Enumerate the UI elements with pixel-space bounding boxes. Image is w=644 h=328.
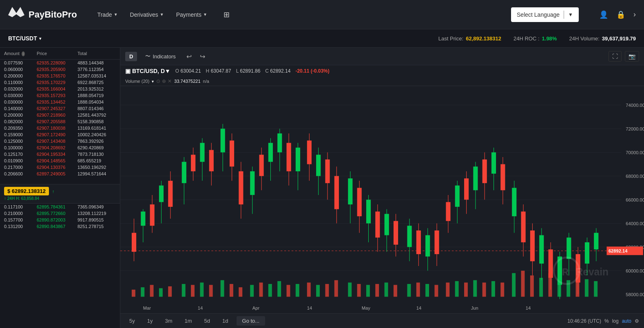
vol-na: n/a — [203, 79, 209, 84]
svg-rect-134 — [191, 285, 195, 297]
svg-rect-156 — [407, 284, 411, 297]
svg-rect-129 — [141, 287, 144, 297]
table-row[interactable]: 0.20660062897.24900512994.571644 — [0, 171, 120, 177]
svg-rect-167 — [512, 273, 516, 297]
svg-rect-165 — [491, 281, 495, 297]
svg-text:14: 14 — [198, 306, 203, 310]
svg-rect-149 — [334, 280, 338, 297]
log-button[interactable]: log — [612, 318, 619, 324]
more-icon[interactable]: › — [633, 10, 636, 19]
redo-button[interactable]: ↪ — [197, 52, 208, 61]
ticker-bar: BTC/USDT ▾ Last Price: 62,892.138312 24H… — [0, 29, 644, 48]
timeframe-1m-button[interactable]: 1m — [181, 316, 196, 326]
indicators-button[interactable]: 〜 Indicators — [140, 51, 180, 62]
svg-rect-160 — [446, 283, 449, 297]
svg-rect-53 — [239, 171, 243, 204]
price-sub-arrow: ↑ — [4, 196, 6, 201]
profile-icon[interactable]: 👤 — [599, 10, 608, 19]
vol-dropdown-icon[interactable]: ▾ — [152, 79, 154, 84]
bottom-bar: 5y 1y 3m 1m 5d 1d Go to... 10:46:26 (UTC… — [120, 313, 644, 328]
svg-rect-138 — [230, 284, 233, 297]
percent-button[interactable]: % — [604, 318, 609, 324]
price-sub: ↑ 24H H: 63,858.84 — [4, 196, 116, 201]
fullscreen-button[interactable]: ⛶ — [609, 51, 622, 62]
svg-rect-67 — [307, 140, 312, 164]
undo-button[interactable]: ↩ — [184, 52, 194, 61]
table-row[interactable]: 0.21700062904.13037613650.196292 — [0, 164, 120, 171]
svg-rect-162 — [464, 283, 468, 297]
table-row[interactable]: 0.12517062904.1953347873.718130 — [0, 151, 120, 157]
chart-settings-icon[interactable]: ⚙ — [635, 318, 639, 324]
table-row[interactable]: 0.20000062935.17657012587.035314 — [0, 73, 120, 79]
table-row[interactable]: 0.15770062890.8720039917.890515 — [0, 217, 120, 223]
timeframe-5d-button[interactable]: 5d — [200, 316, 214, 326]
table-row[interactable]: 0.06000062935.2059003776.112354 — [0, 66, 120, 73]
lock-icon[interactable]: 🔒 — [616, 10, 625, 19]
svg-text:May: May — [362, 306, 370, 310]
roc-value: 1.98% — [542, 35, 557, 42]
table-row[interactable]: 0.15900062907.17249010002.240426 — [0, 131, 120, 138]
ob-col-total: Total — [77, 51, 118, 56]
svg-rect-135 — [200, 283, 204, 297]
nav-payments[interactable]: Payments ▼ — [176, 10, 207, 19]
svg-text:14: 14 — [307, 306, 312, 310]
vol-add-icon[interactable]: ⊕ — [162, 78, 166, 84]
camera-button[interactable]: 📷 — [625, 51, 639, 62]
table-row[interactable]: 0.10000062904.2086926290.420869 — [0, 144, 120, 151]
table-row[interactable]: 0.20935062907.18003813169.618141 — [0, 125, 120, 131]
table-row[interactable]: 0.03000062935.1572931888.054719 — [0, 92, 120, 99]
table-row[interactable]: 0.11710062895.7843617365.096349 — [0, 204, 120, 210]
svg-rect-153 — [375, 284, 379, 297]
table-row[interactable]: 0.11000062935.1702296922.868725 — [0, 79, 120, 86]
svg-rect-37 — [159, 186, 164, 202]
nav-derivatives[interactable]: Derivatives ▼ — [130, 10, 164, 19]
amount-info-icon[interactable]: i — [22, 51, 25, 56]
svg-text:58000.00: 58000.00 — [626, 292, 644, 297]
svg-rect-113 — [530, 230, 535, 261]
svg-rect-166 — [500, 283, 504, 297]
svg-rect-83 — [385, 214, 389, 235]
chart-svg: 74000.00 72000.00 70000.00 68000.00 6600… — [120, 86, 644, 313]
grid-icon[interactable]: ⊞ — [224, 10, 230, 19]
svg-rect-75 — [348, 178, 352, 204]
pair-selector[interactable]: BTC/USDT ▾ — [8, 35, 41, 42]
goto-button[interactable]: Go to... — [237, 316, 266, 326]
chart-area: 74000.00 72000.00 70000.00 68000.00 6600… — [120, 86, 644, 313]
derivatives-arrow: ▼ — [160, 12, 164, 17]
timeframe-5y-button[interactable]: 5y — [125, 316, 139, 326]
chart-top-icons: ⛶ 📷 — [609, 51, 639, 62]
timeframe-1d-button[interactable]: 1d — [218, 316, 232, 326]
table-row[interactable]: 0.03200062935.1660042013.925312 — [0, 86, 120, 92]
svg-rect-99 — [464, 178, 469, 199]
table-row[interactable]: 0.14000062907.2453278807.014346 — [0, 105, 120, 112]
svg-text:64000.00: 64000.00 — [626, 221, 644, 226]
timeframe-d-button[interactable]: D — [125, 52, 137, 61]
table-row[interactable]: 0.20000062907.21896012581.443792 — [0, 112, 120, 118]
svg-rect-55 — [250, 171, 255, 195]
vol-close-icon[interactable]: ✕ — [168, 78, 172, 84]
table-row[interactable]: 0.03000062935.1344521888.054034 — [0, 99, 120, 105]
svg-rect-141 — [259, 283, 263, 297]
table-row[interactable]: 0.01090062904.148565685.655219 — [0, 157, 120, 164]
auto-button[interactable]: auto — [622, 318, 631, 324]
vol-value: 33.74375221 — [174, 79, 200, 84]
svg-text:62892.14: 62892.14 — [609, 248, 628, 253]
table-row[interactable]: 0.12500062907.1434087863.392926 — [0, 138, 120, 144]
svg-text:72000.00: 72000.00 — [626, 126, 644, 131]
language-selector[interactable]: Select Language ▼ — [511, 7, 579, 22]
vol-settings-icon[interactable]: ⊙ — [156, 78, 160, 84]
table-row[interactable]: 0.13120062890.8438678251.278715 — [0, 223, 120, 230]
logo-area: PayBitoPro — [8, 7, 77, 22]
nav-trade[interactable]: Trade ▼ — [97, 10, 118, 19]
table-row[interactable]: 0.08200062907.2055885158.390858 — [0, 118, 120, 125]
orderbook-panel: Amount i Price Total 0.07759062935.22809… — [0, 48, 120, 328]
table-row[interactable]: 0.07759062935.2280904883.144348 — [0, 60, 120, 66]
table-row[interactable]: 0.21000062895.77266013208.112219 — [0, 210, 120, 217]
svg-rect-63 — [287, 143, 291, 171]
svg-rect-130 — [150, 285, 154, 297]
timeframe-1y-button[interactable]: 1y — [143, 316, 157, 326]
lang-divider — [564, 11, 564, 19]
timeframe-3m-button[interactable]: 3m — [161, 316, 176, 326]
svg-rect-103 — [482, 160, 487, 183]
svg-rect-139 — [239, 287, 242, 297]
